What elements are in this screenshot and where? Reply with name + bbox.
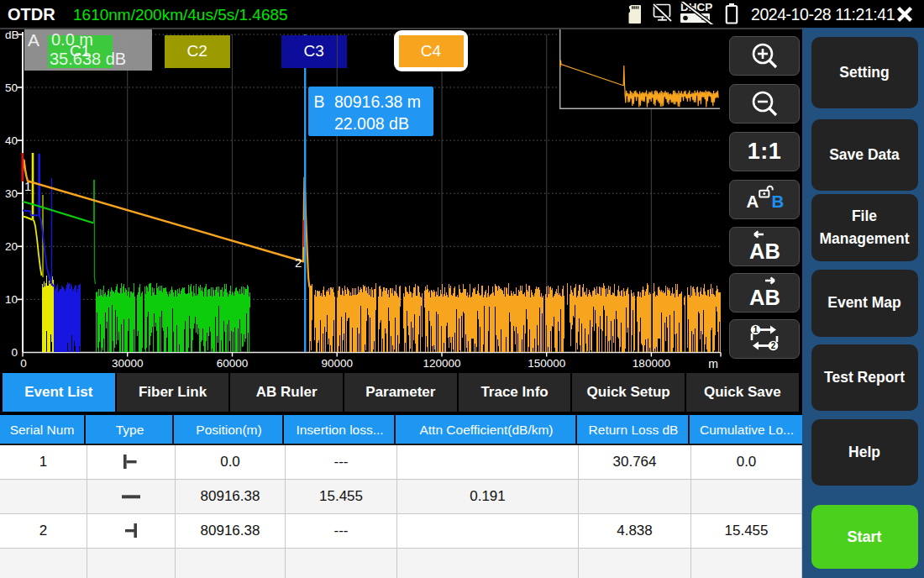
svg-text:180000: 180000 [633, 357, 670, 370]
svg-text:20: 20 [5, 240, 18, 253]
svg-text:150000: 150000 [528, 357, 565, 370]
svg-text:dB: dB [5, 29, 19, 41]
svg-text:0: 0 [20, 357, 27, 370]
svg-text:1: 1 [24, 179, 31, 193]
svg-text:m: m [708, 357, 718, 370]
svg-text:2: 2 [295, 255, 302, 270]
svg-text:120000: 120000 [423, 357, 460, 370]
svg-text:10: 10 [5, 293, 18, 306]
svg-text:40: 40 [5, 134, 18, 147]
svg-text:60000: 60000 [217, 357, 249, 370]
svg-text:1: 1 [753, 325, 759, 334]
svg-text:0: 0 [11, 346, 18, 359]
svg-text:AB: AB [749, 239, 780, 263]
svg-text:B: B [772, 192, 785, 211]
svg-text:AB: AB [749, 286, 780, 309]
svg-text:30000: 30000 [112, 357, 144, 370]
svg-text:30: 30 [5, 187, 18, 200]
svg-text:50: 50 [5, 81, 18, 94]
svg-text:A: A [747, 192, 759, 211]
svg-text:90000: 90000 [321, 357, 353, 370]
svg-text:2: 2 [771, 341, 776, 350]
